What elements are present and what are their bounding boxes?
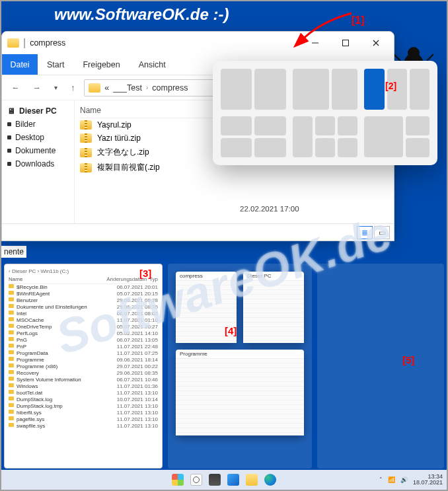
nav-recent-dropdown[interactable]: ▾ <box>50 81 61 94</box>
list-item[interactable]: MSOCache11.07.2021 01:10 <box>9 317 158 324</box>
list-item[interactable]: Windows11.07.2021 01:36 <box>9 383 158 390</box>
taskbar-edge[interactable] <box>264 474 276 486</box>
list-item[interactable]: swapfile.sys11.07.2021 13:10 <box>9 423 158 430</box>
snap-layout-1-4[interactable] <box>293 116 358 157</box>
navpane-item-pictures[interactable]: Bilder <box>5 118 71 131</box>
snap-assist-empty-zone[interactable] <box>317 264 444 469</box>
snap-layout-4quad[interactable] <box>221 116 286 157</box>
nav-forward-button[interactable]: → <box>29 81 46 95</box>
snap-cell[interactable] <box>315 116 335 135</box>
snap-cell[interactable] <box>406 116 429 135</box>
ribbon-file-tab[interactable]: Datei <box>2 54 38 75</box>
navigation-pane[interactable]: 🖥 Dieser PC Bilder Desktop Dokumente Dow… <box>2 100 75 223</box>
taskbar: ˄ 📶 🔊 13:34 18.07.2021 <box>1 470 447 490</box>
tray-network-icon[interactable]: 📶 <box>388 476 395 483</box>
snap-candidate-window[interactable]: Programme <box>176 350 304 435</box>
list-item[interactable]: Programme (x86)29.07.2021 00:22 <box>9 363 158 370</box>
list-item[interactable]: Benutzer29.06.2021 08:28 <box>9 297 158 304</box>
file-name: $Recycle.Bin <box>17 284 114 290</box>
view-tiles-button[interactable]: ▭ <box>374 226 390 239</box>
file-name: DumpStack.log <box>17 397 114 402</box>
taskbar-file-explorer[interactable] <box>246 474 258 486</box>
snap-candidate-window[interactable]: Dieser PC <box>243 272 304 343</box>
snap-cell[interactable] <box>293 116 313 157</box>
tray-date: 18.07.2021 <box>413 479 443 486</box>
snap-cell[interactable] <box>254 138 285 157</box>
snap-cell[interactable] <box>338 138 357 157</box>
system-tray[interactable]: ˄ 📶 🔊 13:34 18.07.2021 <box>379 474 443 486</box>
snap-assist-thumbnail-left[interactable]: ‹ Dieser PC › Win11b (C:) Name Änderungs… <box>4 264 163 469</box>
file-date: 11.07.2021 22:48 <box>117 344 158 350</box>
snap-cell[interactable] <box>364 116 402 157</box>
list-item[interactable]: $Recycle.Bin06.07.2021 20:01 <box>9 284 158 291</box>
snap-cell-highlighted[interactable] <box>364 69 384 110</box>
list-item[interactable]: PnG06.07.2021 13:05 <box>9 337 158 344</box>
taskbar-search-button[interactable] <box>190 474 202 486</box>
navpane-item-downloads[interactable]: Downloads <box>5 157 71 170</box>
file-date: 05.02.2021 14:10 <box>117 330 158 336</box>
bullet-icon <box>7 149 11 153</box>
list-item[interactable]: hiberfil.sys11.07.2021 13:10 <box>9 410 158 416</box>
list-item[interactable]: System Volume Information06.07.2021 10:4… <box>9 377 158 383</box>
navpane-item-documents[interactable]: Dokumente <box>5 144 71 157</box>
list-item[interactable]: Recovery29.06.2021 08:35 <box>9 370 158 377</box>
snap-cell[interactable] <box>221 69 252 110</box>
tray-volume-icon[interactable]: 🔊 <box>400 476 408 483</box>
folder-icon <box>89 83 100 93</box>
list-item[interactable]: ProgramData11.07.2021 07:25 <box>9 350 158 357</box>
snap-cell[interactable] <box>221 138 252 157</box>
list-item[interactable]: DumpStack.log.tmp11.07.2021 13:10 <box>9 403 158 410</box>
list-item[interactable]: DumpStack.log10.07.2021 10:14 <box>9 397 158 403</box>
title-separator: | <box>23 37 26 49</box>
snap-cell[interactable] <box>293 69 329 110</box>
folder-icon <box>9 377 14 381</box>
list-item[interactable]: PnP11.07.2021 22:48 <box>9 344 158 350</box>
snap-cell[interactable] <box>221 116 252 135</box>
snap-layout-1-2[interactable] <box>364 116 429 157</box>
snap-cell[interactable] <box>254 69 285 110</box>
list-item[interactable]: Dokumente und Einstellungen29.06.2021 08… <box>9 304 158 311</box>
file-name: ProgramData <box>17 350 114 356</box>
snap-cell[interactable] <box>332 69 357 110</box>
folder-icon <box>9 330 14 334</box>
file-date: 11.07.2021 01:10 <box>117 317 158 323</box>
thumb-caption: compress <box>176 272 237 281</box>
list-item[interactable]: OneDriveTemp05.07.2021 20:27 <box>9 324 158 330</box>
snap-cell[interactable] <box>410 69 429 110</box>
list-item[interactable]: PerfLogs05.02.2021 14:10 <box>9 330 158 337</box>
ribbon-tab-start[interactable]: Start <box>38 54 73 75</box>
file-name: hiberfil.sys <box>17 410 114 416</box>
breadcrumb-part-2[interactable]: compress <box>152 83 188 93</box>
snap-layout-3col[interactable] <box>364 69 429 110</box>
list-item[interactable]: bootTel.dat11.07.2021 13:10 <box>9 390 158 397</box>
snap-cell[interactable] <box>338 116 357 135</box>
nav-back-button[interactable]: ← <box>7 81 24 95</box>
task-view-button[interactable] <box>209 474 221 486</box>
close-button[interactable] <box>361 32 391 54</box>
folder-icon <box>9 344 14 348</box>
nav-up-button[interactable]: ↑ <box>67 81 79 95</box>
snap-layout-2col[interactable] <box>221 69 286 110</box>
file-name: $WinREAgent <box>17 291 114 297</box>
snap-cell[interactable] <box>254 116 285 135</box>
list-item[interactable]: Programme09.06.2021 18:14 <box>9 357 158 363</box>
snap-layout-2col-wide[interactable] <box>293 69 358 110</box>
start-button[interactable] <box>172 474 184 486</box>
navpane-item-desktop[interactable]: Desktop <box>5 131 71 144</box>
view-details-button[interactable]: ≣ <box>357 226 373 239</box>
folder-icon <box>9 284 14 288</box>
snap-cell[interactable] <box>406 138 429 157</box>
tray-overflow-icon[interactable]: ˄ <box>379 476 383 483</box>
breadcrumb-part-1[interactable]: ___Test <box>113 83 142 93</box>
list-item[interactable]: pagefile.sys11.07.2021 13:10 <box>9 416 158 423</box>
ribbon-tab-view[interactable]: Ansicht <box>130 54 175 75</box>
snap-cell[interactable] <box>315 138 335 157</box>
list-item[interactable]: $WinREAgent05.07.2021 20:15 <box>9 291 158 297</box>
navpane-root[interactable]: 🖥 Dieser PC <box>5 104 71 118</box>
file-name: pagefile.sys <box>17 416 114 422</box>
zip-icon <box>80 120 92 130</box>
folder-icon <box>9 397 14 400</box>
ribbon-tab-share[interactable]: Freigeben <box>73 54 129 75</box>
list-item[interactable]: Intel06.07.2021 08:02 <box>9 311 158 317</box>
widgets-button[interactable] <box>227 474 239 486</box>
